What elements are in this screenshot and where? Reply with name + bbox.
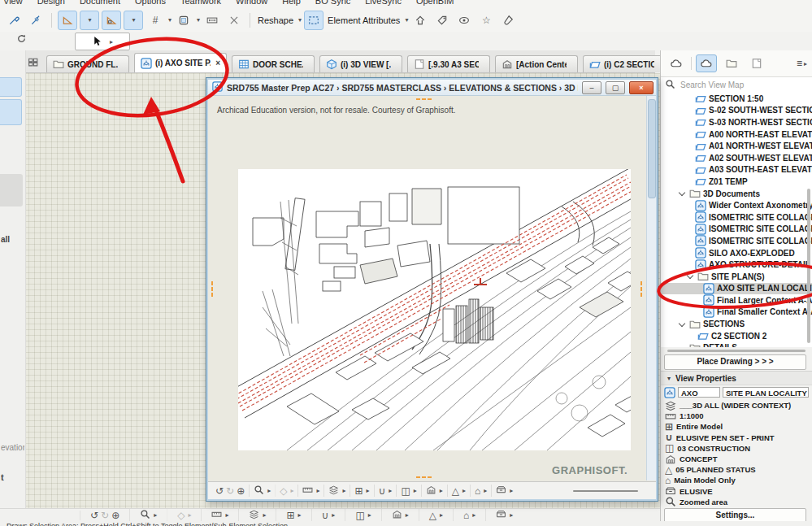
view-setting-dropdown[interactable]: △ ▸ — [419, 509, 453, 521]
view-map-item[interactable]: AXO STRUCTURE-DETAIL — [661, 259, 812, 271]
menu-item[interactable]: Design — [37, 0, 65, 6]
scrollbar-thumb[interactable] — [648, 99, 656, 198]
navigator-menu-icon[interactable]: ≡▸ — [797, 58, 807, 69]
left-panel-item[interactable] — [0, 99, 22, 125]
favorites-star-icon[interactable]: ☆ — [476, 11, 496, 30]
tree-vertical-scrollbar[interactable] — [807, 189, 810, 343]
view-setting-dropdown[interactable]: ▸ — [421, 485, 447, 497]
view-setting-dropdown[interactable]: ▸ — [238, 509, 276, 521]
document-tab[interactable]: (i) 3D VIEW [... — [319, 55, 402, 72]
view-setting-dropdown[interactable]: ⊞ ▸ — [350, 485, 373, 497]
view-setting-dropdown[interactable]: ⊞ ▸ — [276, 509, 310, 521]
snap-reference-button[interactable] — [174, 11, 193, 30]
view-map-item[interactable]: C2 SECTION 2 — [661, 330, 812, 342]
zoom-tool-icon[interactable]: ↺ — [90, 511, 98, 520]
view-map-item[interactable]: SILO AXO-EXPLODED — [661, 247, 812, 259]
visibility-icon[interactable] — [454, 11, 474, 30]
reshape-menu[interactable]: Reshape — [256, 15, 295, 25]
view-map-item[interactable]: DETAILS — [661, 341, 812, 347]
tab-close-icon[interactable]: × — [215, 59, 220, 67]
view-setting-dropdown[interactable]: ▸ — [485, 509, 523, 521]
document-tab[interactable]: (i) AXO SITE P... × — [134, 53, 227, 72]
tab-layout-book[interactable] — [721, 54, 742, 72]
view-map-item[interactable]: AXO SITE PLAN LOCALITY (Medium) — [661, 283, 812, 295]
view-property-row[interactable]: ⌂ Main Model Only — [665, 475, 810, 485]
tags-icon[interactable] — [432, 11, 452, 30]
menu-item[interactable]: View — [3, 0, 23, 6]
view-setting-dropdown[interactable]: ▸ — [491, 485, 517, 497]
view-property-row[interactable]: CONCEPT — [665, 454, 810, 464]
restore-button[interactable]: ▢ — [606, 81, 625, 94]
view-setting-dropdown[interactable]: ⌂ ▸ — [470, 485, 491, 497]
view-setting-dropdown[interactable]: ∪ ▸ — [374, 485, 397, 497]
menu-item[interactable]: Help — [282, 0, 301, 6]
pick-up-parameters-icon[interactable] — [4, 11, 24, 30]
element-attributes-menu[interactable]: Element Attributes — [326, 15, 402, 25]
document-tab[interactable]: DOOR SCHE... — [232, 55, 315, 72]
menu-item[interactable]: Window — [236, 0, 267, 6]
view-map-item[interactable]: Wider Context Axonometry — [661, 199, 812, 211]
view-map-item[interactable]: 3D Documents — [661, 188, 812, 200]
arrow-tool-button[interactable]: ▸ — [75, 33, 130, 50]
view-property-row[interactable]: △ 05 PLANNED STATUS — [665, 464, 810, 475]
view-map-item[interactable]: S-02 SOUTH-WEST SECTION — [661, 105, 812, 117]
left-panel-item[interactable] — [0, 174, 23, 206]
view-map-item[interactable]: ISOMETRIC SITE COLLAGE 01 Axonom — [661, 211, 812, 224]
view-map-item[interactable]: SITE PLAN(S) — [661, 271, 812, 283]
drawing-document-window[interactable]: SRD755 Master Prep AC27 › SRD755 MASTERC… — [206, 77, 658, 502]
view-name-field[interactable]: SITE PLAN LOCALITY (Medium) — [723, 387, 809, 398]
minimize-button[interactable]: – — [582, 81, 601, 94]
home-story-icon[interactable] — [410, 11, 430, 30]
search-bar[interactable] — [661, 77, 812, 93]
inject-parameters-icon[interactable] — [26, 11, 46, 30]
snap-reference-dropdown[interactable]: ▾ — [197, 16, 200, 24]
window-horizontal-scrollbar[interactable] — [517, 490, 653, 492]
snap-grid-button[interactable]: # — [145, 11, 165, 30]
view-setting-dropdown[interactable]: ◇ ▸ — [167, 509, 201, 521]
menu-item[interactable]: Options — [135, 0, 166, 6]
view-setting-dropdown[interactable]: ◫ ▸ — [345, 509, 380, 521]
reshape-dropdown[interactable]: ▾ — [298, 16, 302, 24]
document-tab[interactable]: [Action Center] — [495, 55, 578, 72]
project-chooser-icon[interactable] — [666, 54, 687, 72]
view-map-item[interactable]: A03 SOUTH-EAST ELEVATION — [661, 164, 812, 176]
tab-view-map[interactable] — [696, 54, 717, 72]
view-setting-dropdown[interactable]: ∪ ▸ — [311, 509, 345, 521]
gravity-tool-dropdown[interactable]: ▾ — [80, 11, 99, 30]
view-setting-dropdown[interactable]: ▸ — [201, 509, 238, 521]
gravity-tool-button[interactable] — [58, 11, 77, 30]
arrow-tool-dropdown[interactable]: ▸ — [110, 38, 113, 46]
view-setting-dropdown[interactable]: ▸ — [323, 485, 350, 497]
tab-publisher[interactable] — [746, 54, 767, 72]
left-panel-item[interactable] — [0, 77, 22, 97]
view-id-field[interactable]: AXO — [678, 387, 720, 398]
view-map-item[interactable]: ISOMETRIC SITE COLLAGE 01 WIREFRA — [661, 224, 812, 236]
zoom-tool-icon[interactable]: ⊕ — [237, 486, 245, 496]
view-properties-header[interactable]: ▾ View Properties — [661, 371, 812, 385]
view-setting-dropdown[interactable]: ▸ — [381, 509, 419, 521]
view-property-row[interactable]: Zoomed area — [665, 497, 810, 507]
document-tab[interactable]: GROUND FL... — [46, 55, 129, 72]
rotate-view-icon[interactable] — [16, 33, 27, 46]
document-tab[interactable]: (i) C2 SECTIO... — [583, 55, 666, 72]
view-property-row[interactable]: ∪ ELUSIVE PEN SET - PRINT — [665, 433, 810, 443]
drawing-viewport[interactable]: Archicad Education version, not for resa… — [208, 96, 649, 480]
close-button[interactable]: × — [629, 81, 654, 94]
view-map-item[interactable]: A01 NORTH-WEST ELEVATION — [661, 140, 812, 152]
zoom-tool-icon[interactable]: ↻ — [226, 486, 234, 496]
view-setting-dropdown[interactable]: ▸ — [129, 509, 167, 521]
view-map-item[interactable]: Z01 TEMP — [661, 176, 812, 188]
view-property-row[interactable]: 1:1000 — [665, 411, 810, 421]
document-tab[interactable]: [.9.30 A3 SEC... — [407, 55, 490, 72]
marquee-button[interactable] — [304, 11, 323, 30]
menu-item[interactable]: Document — [80, 0, 120, 6]
menu-item[interactable]: Teamwork — [180, 0, 221, 6]
view-property-row[interactable]: ◫ 03 CONSTRUCTION — [665, 443, 810, 454]
view-map-item[interactable]: A00 NORTH-EAST ELEVATION — [661, 128, 812, 141]
view-setting-dropdown[interactable]: ◫ ▸ — [396, 485, 420, 497]
window-vertical-scrollbar[interactable] — [646, 96, 656, 480]
axo-site-plan-drawing[interactable] — [238, 169, 631, 450]
tree-horizontal-scrollbar[interactable] — [667, 350, 805, 352]
place-drawing-button[interactable]: Place Drawing > > > — [664, 354, 806, 370]
menu-item[interactable]: BO Sync — [315, 0, 350, 6]
